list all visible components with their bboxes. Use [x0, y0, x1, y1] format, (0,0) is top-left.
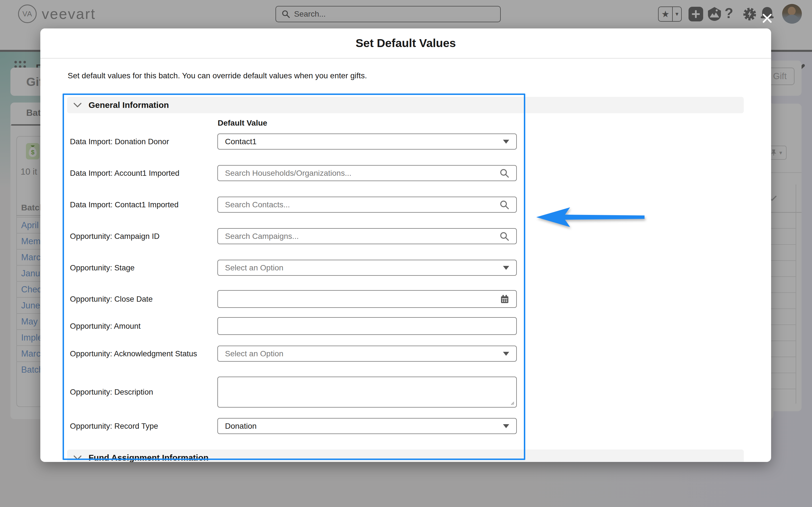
screen: VA veevart Search... ★ ▼ ?	[0, 0, 812, 507]
modal-close-icon[interactable]	[762, 13, 772, 24]
annotation-highlight-box	[63, 94, 525, 460]
annotation-arrow	[533, 205, 649, 231]
modal-title: Set Default Values	[40, 29, 771, 58]
modal-description: Set default values for this batch. You c…	[68, 71, 367, 80]
modal-header: Set Default Values	[40, 29, 771, 59]
